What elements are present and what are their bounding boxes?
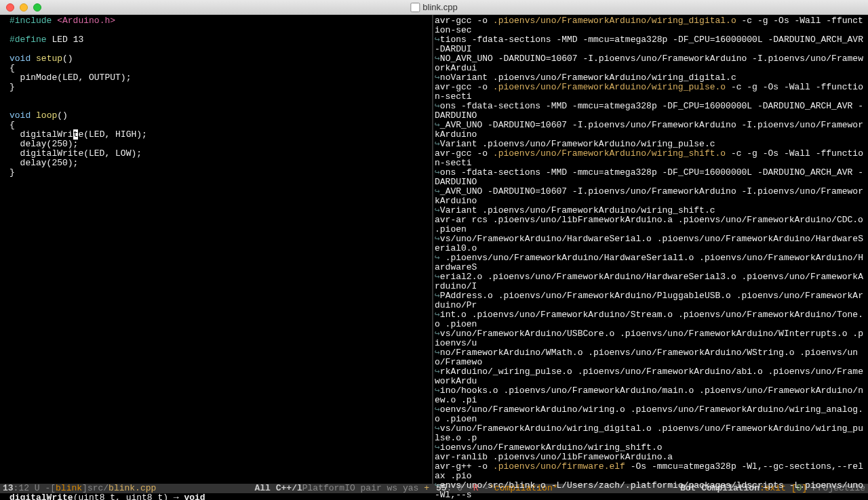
modeline-left[interactable]: 13:12 U -[blink]src/blink.cppAll C++/lPl… [0, 484, 432, 493]
minimize-icon[interactable] [20, 3, 28, 12]
code-content[interactable]: #include <Arduino.h> #define LED 13 void… [0, 15, 432, 178]
code-editor-pane[interactable]: #include <Arduino.h> #define LED 13 void… [0, 15, 432, 484]
define-directive: #define [9, 35, 52, 45]
eldoc-function: digitalWrite [9, 493, 73, 500]
title-text: blink.cpp [422, 3, 457, 12]
file-icon [410, 3, 420, 12]
setup-function: setup [36, 54, 62, 64]
close-icon[interactable] [6, 3, 14, 12]
window-title: blink.cpp [410, 3, 457, 12]
buffer-name: blink.cpp [108, 484, 156, 493]
loop-function: loop [36, 110, 57, 121]
zoom-icon[interactable] [33, 3, 41, 12]
wrap-icon: ↪ [435, 35, 440, 45]
window-titlebar: blink.cpp [0, 0, 868, 15]
compilation-output: avr-gcc -o .pioenvs/uno/FrameworkArduino… [433, 15, 868, 500]
compilation-output-pane[interactable]: avr-gcc -o .pioenvs/uno/FrameworkArduino… [432, 15, 868, 484]
include-directive: #include [9, 16, 57, 26]
